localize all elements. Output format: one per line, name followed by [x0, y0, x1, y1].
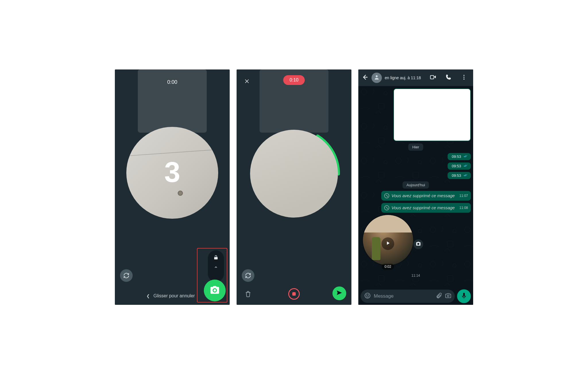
recording-duration: 0:10	[289, 77, 298, 82]
svg-point-1	[376, 75, 378, 77]
flip-camera-button[interactable]	[120, 269, 133, 282]
flip-camera-button[interactable]	[242, 269, 254, 282]
chat-scroll-area[interactable]: Hier 09:53 09:53 09:53	[358, 86, 473, 288]
camera-preview-detail	[178, 191, 183, 196]
message-input-placeholder: Message	[374, 293, 433, 299]
contact-avatar[interactable]	[372, 73, 382, 83]
stop-icon	[292, 292, 296, 296]
slide-to-cancel-hint[interactable]: ❮ Glisser pour annuler	[146, 293, 195, 299]
messages-column: Hier 09:53 09:53 09:53	[358, 86, 473, 288]
deleted-message[interactable]: Vous avez supprimé ce message 11:08	[381, 203, 471, 213]
attach-icon[interactable]	[436, 292, 442, 300]
close-icon	[244, 78, 250, 86]
svg-rect-2	[430, 75, 434, 79]
delete-recording-button[interactable]	[244, 290, 252, 299]
svg-point-3	[463, 75, 465, 76]
read-ticks-icon	[463, 164, 468, 168]
camera-preview-circle	[250, 130, 338, 218]
send-button[interactable]	[332, 286, 346, 300]
trash-icon	[245, 290, 252, 299]
message-time: 11:08	[459, 206, 468, 210]
message-time: 09:53	[452, 164, 461, 168]
message-time: 09:53	[452, 154, 461, 159]
phone-icon	[445, 74, 452, 82]
date-separator: Aujourd'hui	[403, 181, 429, 189]
read-ticks-icon	[463, 154, 468, 159]
back-button[interactable]	[361, 74, 369, 82]
svg-point-10	[365, 293, 370, 298]
deleted-message-text: Vous avez supprimé ce message	[392, 205, 455, 210]
video-message-record-button[interactable]	[204, 280, 226, 301]
video-message-type-badge	[413, 239, 423, 249]
video-message[interactable]: 0:02	[361, 215, 415, 272]
dimmed-chat-background	[138, 69, 207, 133]
person-icon	[374, 74, 380, 81]
prohibited-icon	[384, 205, 389, 210]
flip-camera-icon	[245, 272, 251, 279]
deleted-message-text: Vous avez supprimé ce message	[392, 193, 455, 198]
play-button[interactable]	[382, 237, 394, 250]
arrow-left-icon	[361, 74, 368, 82]
svg-point-5	[463, 78, 465, 80]
camera-icon	[416, 241, 421, 247]
video-call-button[interactable]	[427, 74, 439, 82]
message-input[interactable]: Message	[361, 290, 455, 303]
slide-up-lock-pill[interactable]	[208, 250, 224, 282]
emoji-icon[interactable]	[364, 292, 371, 300]
kebab-icon	[461, 74, 467, 82]
screen-chat: en ligne auj. à 11:18	[358, 69, 473, 305]
voice-call-button[interactable]	[442, 74, 455, 82]
svg-point-13	[447, 295, 449, 297]
stop-recording-button[interactable]	[288, 288, 300, 300]
slide-to-cancel-label: Glisser pour annuler	[153, 293, 195, 298]
camera-icon[interactable]	[445, 292, 451, 300]
recording-timer: 0:00	[115, 79, 230, 85]
video-icon	[430, 74, 436, 82]
message-stub[interactable]: 09:53	[448, 172, 471, 179]
chat-input-bar: Message	[358, 288, 473, 305]
prohibited-icon	[384, 193, 389, 198]
close-button[interactable]	[242, 77, 252, 87]
voice-record-button[interactable]	[457, 289, 471, 303]
mic-icon	[461, 292, 467, 300]
chat-header: en ligne auj. à 11:18	[358, 69, 473, 86]
recording-preview	[247, 126, 341, 221]
video-duration: 0:02	[382, 264, 394, 270]
svg-point-12	[368, 295, 369, 295]
image-message[interactable]	[393, 88, 471, 141]
more-options-button[interactable]	[458, 74, 470, 82]
play-icon	[385, 240, 391, 247]
svg-point-4	[463, 77, 465, 78]
message-time: 11:07	[459, 194, 468, 198]
chevron-up-icon	[214, 265, 218, 270]
svg-point-11	[366, 295, 367, 295]
chevron-left-icon: ❮	[146, 294, 150, 298]
screen-recording-locked: 0:10	[237, 69, 351, 305]
message-time: 09:53	[452, 173, 461, 178]
deleted-message[interactable]: Vous avez supprimé ce message 11:07	[381, 191, 471, 201]
message-stub[interactable]: 09:53	[448, 153, 471, 160]
contact-status[interactable]: en ligne auj. à 11:18	[385, 75, 424, 80]
flip-camera-icon	[123, 272, 129, 279]
screen-recording-countdown: 0:00 3 ❮ Glisser pour annuler	[115, 69, 230, 305]
read-ticks-icon	[463, 173, 468, 178]
message-time: 11:14	[411, 274, 420, 278]
countdown-number: 3	[115, 156, 230, 189]
recording-duration-pill: 0:10	[283, 75, 305, 85]
message-stub[interactable]: 09:53	[448, 162, 471, 170]
send-icon	[336, 289, 343, 297]
date-separator: Hier	[408, 144, 423, 151]
lock-icon	[213, 255, 218, 261]
camera-icon	[210, 285, 220, 296]
